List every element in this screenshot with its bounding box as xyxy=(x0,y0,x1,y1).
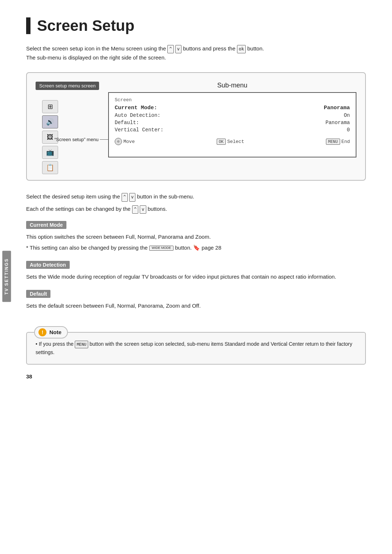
footer-select-label: Select xyxy=(227,139,244,144)
footer-select: OK Select xyxy=(217,138,244,145)
auto-detection-value: On xyxy=(344,112,350,118)
page-ref-icon: 🔖 xyxy=(193,245,200,251)
submenu-title: Sub-menu xyxy=(108,82,356,89)
intro-text-2: The sub-menu is displayed on the right s… xyxy=(26,54,166,61)
auto-detection-text: Sets the Wide mode during reception of r… xyxy=(26,272,366,281)
wide-mode-post: button. xyxy=(175,245,192,251)
tv-settings-label: TV SETTINGS xyxy=(2,251,11,302)
submenu-row-current-mode: Current Mode: Panorama xyxy=(115,104,350,112)
footer-move-label: Move xyxy=(123,139,135,144)
select-text-1: Select the desired setup item using the xyxy=(26,193,120,200)
select-text-2-end: buttons. xyxy=(148,206,167,212)
note-menu-btn: MENU xyxy=(75,341,88,349)
page-ref: page 28 xyxy=(202,245,221,251)
default-text: Sets the default screen between Full, No… xyxy=(26,301,366,310)
page-container: TV SETTINGS Screen Setup Select the scre… xyxy=(0,0,392,397)
change-up-btn: ^ xyxy=(132,205,138,214)
default-header: Default xyxy=(26,290,50,298)
select-text-2: Each of the settings can be changed by t… xyxy=(26,206,131,212)
note-box: ! Note • If you press the MENU button wi… xyxy=(26,332,366,365)
note-bullet-text-pre: If you press the xyxy=(39,341,74,347)
page-number: 38 xyxy=(26,373,366,379)
intro-text-1: Select the screen setup icon in the Menu… xyxy=(26,45,166,52)
wide-mode-pre: * This setting can also be changed by pr… xyxy=(26,245,148,251)
submenu-footer: ⊙ Move OK Select MENU End xyxy=(115,138,350,145)
submenu-box: Screen Current Mode: Panorama Auto Detec… xyxy=(108,92,356,157)
wide-mode-btn: WIDE MODE xyxy=(149,246,173,251)
select-up-btn: ^ xyxy=(122,193,128,201)
current-mode-value: Panorama xyxy=(324,105,350,111)
submenu-area: Sub-menu Screen Current Mode: Panorama A… xyxy=(108,82,356,174)
move-icon: ⊙ xyxy=(115,138,122,145)
change-down-btn: v xyxy=(140,205,146,214)
note-badge: ! Note xyxy=(34,326,68,338)
current-mode-text-1: This option switches the screen between … xyxy=(26,233,366,241)
menu-icon-2: 🔊 xyxy=(42,115,58,128)
intro-text-mid: buttons and press the xyxy=(183,45,235,52)
vertical-center-label: Vertical Center: xyxy=(115,127,163,133)
select-down-btn: v xyxy=(129,193,135,201)
ok-btn-inline: ok xyxy=(237,45,246,53)
note-icon: ! xyxy=(38,328,46,336)
intro-paragraph: Select the screen setup icon in the Menu… xyxy=(26,44,366,62)
default-label: Default: xyxy=(115,120,139,126)
down-btn-inline: v xyxy=(175,45,181,53)
select-paragraph-1: Select the desired setup item using the … xyxy=(26,192,366,201)
menu-icon-5: 📋 xyxy=(42,161,58,174)
menu-icon-btn: MENU xyxy=(326,139,340,145)
menu-icon-1: ⊞ xyxy=(42,100,58,113)
menu-icon-4: 📺 xyxy=(42,146,58,159)
current-mode-section: Current Mode This option switches the sc… xyxy=(26,221,366,252)
screen-setup-label: Screen setup menu screen xyxy=(36,82,99,90)
footer-end-label: End xyxy=(342,139,350,144)
footer-move: ⊙ Move xyxy=(115,138,135,145)
note-text: • If you press the MENU button with the … xyxy=(36,340,356,357)
wide-mode-label: WIDE MODE xyxy=(152,246,171,250)
current-mode-header: Current Mode xyxy=(26,221,66,229)
footer-end: MENU End xyxy=(326,138,350,145)
diagram-left: Screen setup menu screen ⊞ 🔊 🖼 📺 📋 “Scre… xyxy=(36,82,108,174)
submenu-screen-title: Screen xyxy=(115,97,350,103)
current-mode-label: Current Mode: xyxy=(115,105,157,111)
ok-icon: OK xyxy=(217,139,226,145)
submenu-row-default: Default: Panorama xyxy=(115,119,350,126)
note-label: Note xyxy=(49,329,61,335)
diagram-box: Screen setup menu screen ⊞ 🔊 🖼 📺 📋 “Scre… xyxy=(26,72,366,181)
note-bullet-marker: • xyxy=(36,341,39,347)
auto-detection-label: Auto Detection: xyxy=(115,112,160,118)
current-mode-text-2: * This setting can also be changed by pr… xyxy=(26,243,366,252)
select-paragraph-2: Each of the settings can be changed by t… xyxy=(26,205,366,214)
select-text-1-end: button in the sub-menu. xyxy=(137,193,194,200)
page-title: Screen Setup xyxy=(26,17,366,34)
up-btn-inline: ^ xyxy=(167,45,173,53)
auto-detection-section: Auto Detection Sets the Wide mode during… xyxy=(26,261,366,281)
side-label-wrapper: TV SETTINGS xyxy=(0,254,10,312)
submenu-row-vertical-center: Vertical Center: 0 xyxy=(115,126,350,134)
intro-text-end: button. xyxy=(247,45,264,52)
default-value: Panorama xyxy=(326,120,350,126)
vertical-center-value: 0 xyxy=(347,127,350,133)
submenu-row-auto-detection: Auto Detection: On xyxy=(115,112,350,119)
auto-detection-header: Auto Detection xyxy=(26,261,70,269)
default-section: Default Sets the default screen between … xyxy=(26,290,366,310)
